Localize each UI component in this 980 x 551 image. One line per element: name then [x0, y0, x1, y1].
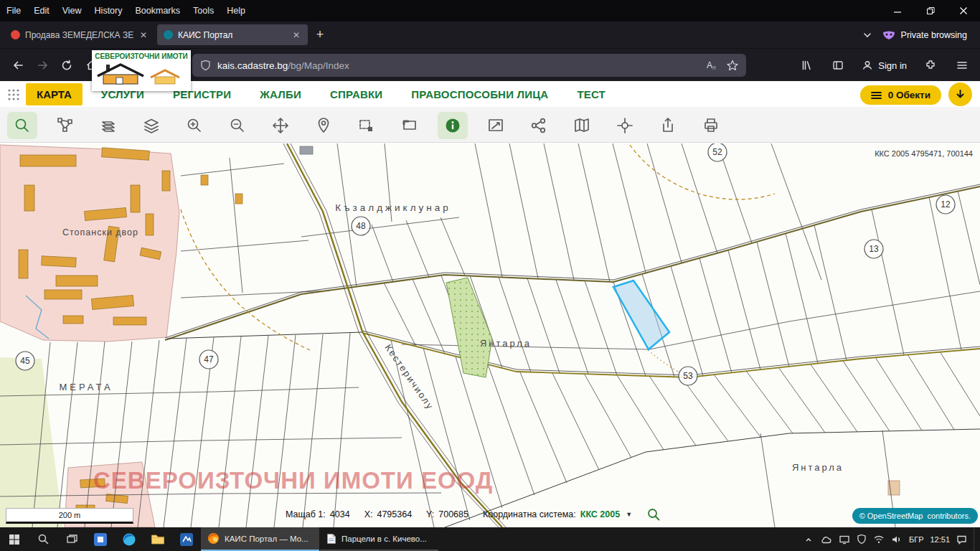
map-canvas[interactable]: 52 12 13 48 45 47 53 Къзалджиклунар Стоп… [0, 143, 980, 527]
nav-item-test[interactable]: ТЕСТ [577, 88, 606, 100]
menu-bookmarks[interactable]: Bookmarks [128, 4, 187, 18]
taskbar-app-2-icon[interactable] [172, 527, 201, 551]
parcel-badge: 13 [864, 240, 883, 258]
pan-icon[interactable] [265, 112, 296, 139]
restore-button[interactable] [914, 0, 947, 22]
menu-tools[interactable]: Tools [187, 4, 220, 18]
nav-item-pravosposobni[interactable]: ПРАВОСПОСОБНИ ЛИЦА [411, 88, 548, 100]
translate-icon[interactable]: Aя [706, 60, 718, 71]
tab-kais-portal[interactable]: КАИС Портал ✕ [157, 24, 308, 45]
zoom-in-icon[interactable] [179, 112, 209, 139]
extensions-icon[interactable] [918, 53, 943, 77]
svg-text:12: 12 [941, 199, 951, 209]
file-explorer-icon[interactable] [143, 527, 172, 551]
scale-label: Мащаб 1: [286, 509, 326, 519]
menu-history[interactable]: History [88, 4, 129, 18]
tab-favicon [11, 30, 20, 39]
parcel-badge: 48 [352, 217, 370, 235]
location-pin-icon[interactable] [308, 112, 339, 139]
edge-icon[interactable] [115, 527, 143, 551]
show-desktop-button[interactable] [974, 527, 978, 551]
parcel-badge: 52 [708, 143, 727, 161]
close-button[interactable] [947, 0, 980, 22]
menu-help[interactable]: Help [220, 4, 252, 18]
zoom-out-icon[interactable] [222, 112, 253, 139]
forward-icon[interactable] [30, 53, 55, 77]
onedrive-icon[interactable] [820, 534, 832, 545]
parcel-badge: 45 [16, 352, 34, 370]
tab-title: КАИС Портал [178, 30, 286, 40]
watermark-text: СЕВЕРОИЗТОЧНИ ИМОТИ ЕООД [93, 467, 493, 494]
sign-in-button[interactable]: Sign in [857, 60, 911, 71]
crs-caret-icon[interactable]: ▼ [626, 511, 632, 518]
search-tool-icon[interactable] [7, 112, 37, 139]
agency-logo-overlay: СЕВЕРОИЗТОЧНИ ИМОТИ [92, 50, 191, 91]
crs-label: Координатна система: [483, 509, 576, 519]
taskbar-search-icon[interactable] [29, 527, 57, 551]
snap-tool-icon[interactable] [50, 112, 80, 139]
layers-compare-icon[interactable] [93, 112, 123, 139]
close-tab-icon[interactable]: ✕ [138, 30, 149, 40]
menu-hamburger-icon[interactable] [950, 53, 974, 77]
objects-download-button[interactable] [948, 83, 972, 106]
firefox-icon [207, 532, 220, 545]
menu-edit[interactable]: Edit [27, 4, 56, 18]
map-sheet-icon[interactable] [567, 112, 597, 139]
svg-text:48: 48 [356, 221, 366, 231]
scale-bar: 200 m [6, 508, 133, 524]
network-wifi-icon[interactable] [873, 534, 885, 544]
coordinate-search-icon[interactable] [646, 507, 661, 522]
layers-icon[interactable] [136, 112, 166, 139]
task-view-icon[interactable] [57, 527, 86, 551]
reload-icon[interactable] [55, 53, 79, 77]
language-indicator[interactable]: БГР [909, 535, 924, 544]
start-button[interactable] [0, 527, 29, 551]
new-tab-button[interactable]: + [310, 25, 330, 45]
hidden-icons-chevron[interactable] [804, 534, 814, 545]
menu-file[interactable]: File [0, 4, 27, 18]
notifications-icon[interactable] [956, 534, 967, 545]
nav-item-zhalbi[interactable]: ЖАЛБИ [260, 88, 301, 100]
security-shield-icon[interactable] [857, 534, 867, 545]
label-farm: Стопански двор [62, 227, 138, 237]
display-icon[interactable] [839, 534, 850, 545]
svg-text:я: я [712, 64, 716, 71]
svg-text:52: 52 [712, 147, 722, 157]
back-icon[interactable] [6, 53, 30, 77]
svg-text:53: 53 [683, 371, 693, 381]
objects-count-button[interactable]: 0 Обекти [860, 85, 941, 105]
bookmark-star-icon[interactable] [727, 60, 738, 71]
clip-image-icon[interactable] [481, 112, 511, 139]
shield-icon[interactable] [200, 60, 211, 71]
clock[interactable]: 12:51 [930, 535, 950, 544]
print-icon[interactable] [696, 112, 726, 139]
list-tabs-icon[interactable] [862, 30, 872, 40]
close-tab-icon[interactable]: ✕ [291, 30, 301, 40]
osm-attribution[interactable]: © OpenStreetMap contributors. [852, 508, 978, 524]
list-icon [871, 91, 882, 100]
apps-grid-icon[interactable] [7, 88, 20, 101]
taskbar-app-1-icon[interactable] [86, 527, 115, 551]
tab-listing[interactable]: Продава ЗЕМЕДЕЛСКА ЗЕМЯ в ✕ [4, 24, 155, 45]
taskbar-window-parceli[interactable]: Парцели в с. Кичево... [320, 527, 438, 551]
x-value: 4795364 [377, 509, 412, 519]
select-area-icon[interactable] [352, 112, 382, 139]
volume-icon[interactable] [891, 534, 903, 545]
nav-item-spravki[interactable]: СПРАВКИ [330, 88, 382, 100]
crs-dropdown[interactable]: ККС 2005 [580, 509, 620, 519]
menu-view[interactable]: View [56, 4, 88, 18]
taskbar-window-kais[interactable]: КАИС Портал — Mo... [201, 527, 319, 551]
coordinates-icon[interactable] [610, 112, 640, 139]
sidebar-icon[interactable] [826, 53, 850, 77]
parcel-badge: 47 [199, 350, 218, 369]
share-icon[interactable] [524, 112, 554, 139]
nav-item-karta[interactable]: КАРТА [26, 83, 83, 105]
export-icon[interactable] [653, 112, 683, 139]
library-icon[interactable] [794, 53, 819, 77]
system-tray: БГР 12:51 [804, 527, 980, 551]
info-tool-icon[interactable] [438, 112, 468, 139]
svg-text:47: 47 [204, 354, 214, 364]
extent-icon[interactable] [395, 112, 425, 139]
address-bar[interactable]: kais.cadastre.bg/bg/Map/Index Aя [192, 54, 746, 77]
minimize-button[interactable] [881, 0, 914, 22]
